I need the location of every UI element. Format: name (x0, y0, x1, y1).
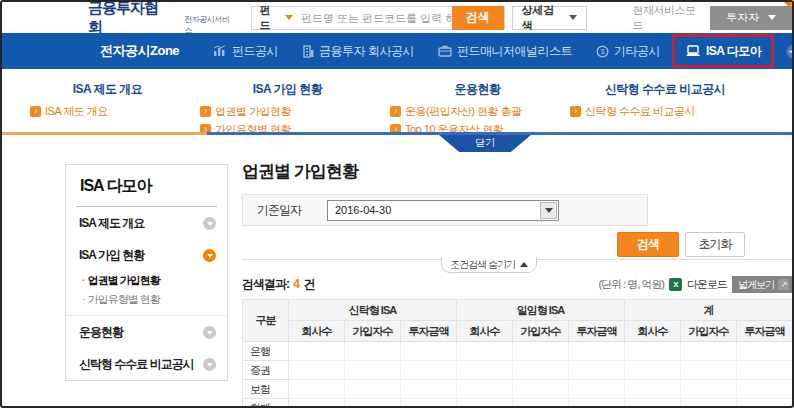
table-sub-header: 투자금액 (737, 321, 793, 342)
chevron-circle-icon (203, 326, 216, 339)
table-cell (345, 380, 401, 399)
mega-menu-item-label: 운용(편입자산) 현황 총괄 (405, 104, 521, 119)
result-suffix: 건 (303, 277, 314, 291)
plus-icon (786, 44, 794, 59)
table-cell (289, 399, 345, 408)
search-button[interactable]: 검색 (452, 6, 504, 30)
table-cell (345, 361, 401, 380)
nav-item-0[interactable]: 전자공시Zone (88, 42, 201, 60)
sidebar-item-3[interactable]: 신탁형 수수료 비교공시 (66, 348, 227, 380)
chevron-up-icon (520, 262, 528, 267)
table-cell (625, 361, 681, 380)
table-cell (681, 342, 737, 361)
table-cell (401, 361, 457, 380)
form-button-row: 검색 초기화 (242, 230, 793, 260)
bullet-icon: · (82, 274, 85, 286)
sidebar-item-2[interactable]: 운용현황 (66, 315, 227, 348)
service-mode-label: 현재서비스모드 (633, 3, 703, 33)
table-cell (625, 342, 681, 361)
table-cell (457, 342, 513, 361)
table-cell (289, 380, 345, 399)
table-sub-header: 가입자수 (345, 321, 401, 342)
nav-item-isa-damoa[interactable]: ISA 다모아 (672, 34, 774, 68)
arrow-square-icon: › (30, 106, 41, 117)
table-cell (625, 380, 681, 399)
result-tools: (단위 : 명, 억원) X 다운로드 넓게보기 ↗ (598, 276, 793, 293)
sidebar: ISA 다모아 ISA 제도 개요ISA 가입 현황·업권별 가입현황·가입유형… (65, 164, 228, 381)
row-label: 합계 (243, 399, 289, 408)
table-cell (513, 399, 569, 408)
table-cell (569, 361, 625, 380)
sidebar-item-0[interactable]: ISA 제도 개요 (66, 207, 227, 239)
building-icon (302, 45, 314, 58)
mega-menu-column-3: 신탁형 수수료 비교공시›신탁형 수수료 비교공시 (570, 81, 760, 122)
bullet-icon: · (82, 293, 85, 305)
mega-menu-item[interactable]: ›신탁형 수수료 비교공시 (570, 104, 760, 119)
row-label: 은행 (243, 342, 289, 361)
mega-menu-item[interactable]: ›ISA 제도 개요 (30, 104, 185, 119)
coin-icon: $ (596, 45, 609, 58)
search-category-label: 펀드 (260, 3, 280, 33)
unit-label: (단위 : 명, 억원) (598, 277, 664, 292)
service-mode-value: 투자자 (726, 10, 759, 25)
condition-toggle-button[interactable]: 조건검색 숨기기 (441, 257, 537, 273)
nav-items: 전자공시Zone펀드공시금융투자 회사공시펀드매니저애널리스트$기타공시ISA … (2, 34, 794, 68)
svg-text:$: $ (601, 48, 605, 55)
main-content: 업권별 가입현황 기준일자 2016-04-30 검색 초기화 조건검색 숨기기… (242, 160, 793, 408)
table-cell (401, 399, 457, 408)
table-cell (457, 361, 513, 380)
search-input[interactable] (301, 8, 452, 28)
mega-menu-underline (2, 132, 792, 135)
nav-item-2[interactable]: 금융투자 회사공시 (290, 43, 426, 60)
select-arrow-icon (540, 202, 557, 219)
site-logo[interactable]: 금융투자협회 전자공시서비스 (88, 0, 235, 37)
logo-text: 금융투자협회 (88, 0, 182, 37)
nav-item-3[interactable]: 펀드매니저애널리스트 (426, 43, 584, 60)
table-sub-header: 회사수 (289, 321, 345, 342)
table-sub-header: 가입자수 (681, 321, 737, 342)
mega-menu-item[interactable]: ›업권별 가입현황 (200, 104, 375, 119)
mega-menu-column-title: ISA 제도 개요 (30, 81, 185, 98)
table-cell (513, 342, 569, 361)
sidebar-submenu: ·업권별 가입현황·가입유형별 현황 (66, 271, 227, 315)
table-cell (681, 361, 737, 380)
reset-button[interactable]: 초기화 (685, 232, 745, 257)
nav-item-label: 펀드공시 (232, 43, 278, 60)
table-cell (737, 361, 793, 380)
base-date-select[interactable]: 2016-04-30 (327, 200, 559, 221)
sidebar-items: ISA 제도 개요ISA 가입 현황·업권별 가입현황·가입유형별 현황운용현황… (66, 207, 227, 380)
table-sub-header: 투자금액 (401, 321, 457, 342)
mega-menu-close-button[interactable]: 닫기 (439, 135, 531, 152)
sidebar-item-1[interactable]: ISA 가입 현황 (66, 239, 227, 271)
mega-menu-item[interactable]: ›운용(편입자산) 현황 총괄 (390, 104, 565, 119)
nav-item-label: 펀드매니저애널리스트 (457, 43, 572, 60)
membership-table: 구분신탁형 ISA일임형 ISA계회사수가입자수투자금액회사수가입자수투자금액회… (242, 299, 793, 408)
table-corner-header: 구분 (243, 300, 289, 342)
service-mode-select[interactable]: 투자자 (710, 6, 792, 30)
excel-icon: X (669, 278, 682, 291)
table-sub-header: 투자금액 (569, 321, 625, 342)
table-cell (569, 380, 625, 399)
nav-item-1[interactable]: 펀드공시 (201, 43, 290, 60)
sidebar-title: ISA 다모아 (66, 165, 227, 206)
table-cell (681, 380, 737, 399)
download-link[interactable]: 다운로드 (687, 277, 727, 292)
nav-item-6[interactable]: 전체메뉴 (774, 43, 794, 60)
nav-item-label: 금융투자 회사공시 (319, 43, 414, 60)
chart-icon (213, 45, 227, 57)
result-label: 검색결과: (242, 277, 289, 291)
detail-search-button[interactable]: 상세검색 (512, 6, 587, 30)
nav-item-4[interactable]: $기타공시 (584, 43, 672, 60)
table-cell (569, 342, 625, 361)
sidebar-subitem[interactable]: ·업권별 가입현황 (82, 271, 227, 290)
sidebar-subitem[interactable]: ·가입유형별 현황 (82, 290, 227, 309)
mega-menu-item-label: 신탁형 수수료 비교공시 (585, 104, 695, 119)
row-label: 증권 (243, 361, 289, 380)
search-category-select[interactable]: 펀드 (252, 3, 301, 33)
chevron-down-icon (768, 15, 776, 20)
search-submit-button[interactable]: 검색 (617, 232, 679, 257)
wide-view-button[interactable]: 넓게보기 ↗ (732, 276, 793, 293)
table-cell (737, 399, 793, 408)
wide-view-label: 넓게보기 (738, 278, 774, 292)
condition-toggle-label: 조건검색 숨기기 (450, 258, 515, 272)
